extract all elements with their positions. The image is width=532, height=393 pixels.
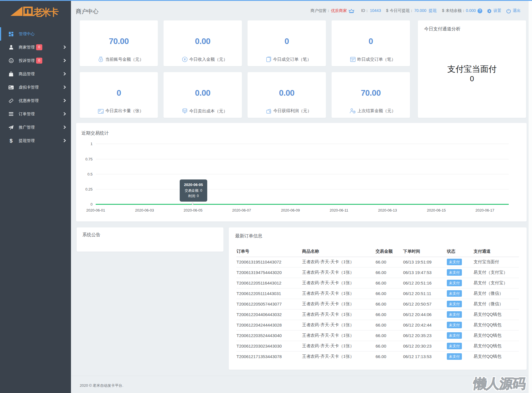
svg-text:¥: ¥ (100, 58, 101, 61)
svg-text:¥: ¥ (184, 58, 186, 61)
svg-text:老米卡: 老米卡 (33, 7, 59, 17)
svg-text:懒人源码: 懒人源码 (472, 376, 527, 391)
svg-text:¥: ¥ (184, 112, 185, 114)
